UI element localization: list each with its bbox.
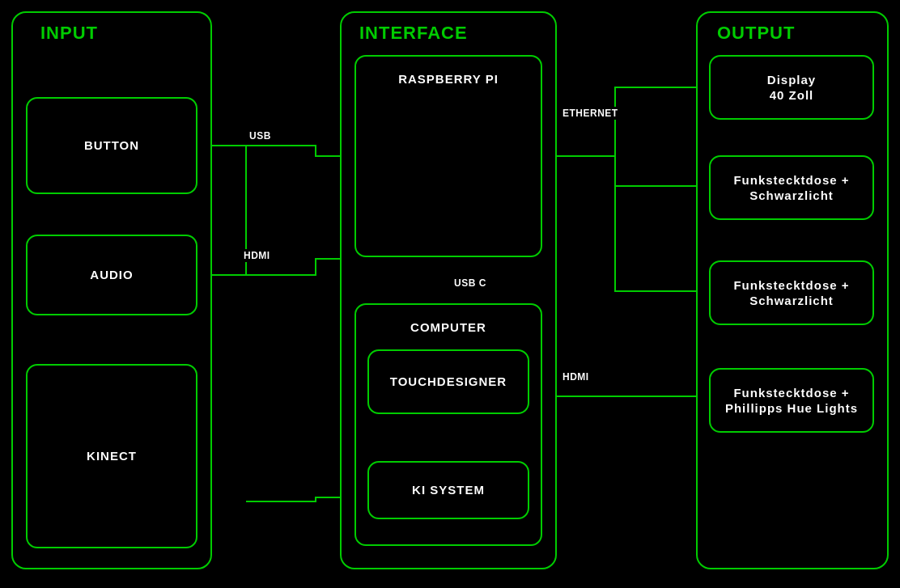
output-label: OUTPUT [717,23,795,44]
interface-label: INTERFACE [359,23,468,44]
usb-conn-label: USB [247,129,274,142]
input-label: INPUT [40,23,98,44]
usbc-conn-label: USB C [452,277,489,290]
funk2-box: Funkstecktdose + Schwarzlicht [709,260,874,325]
display-box: Display 40 Zoll [709,55,874,120]
raspberry-box: RASPBERRY PI [354,55,542,257]
ki-system-box: KI SYSTEM [367,461,529,519]
funk1-box: Funkstecktdose + Schwarzlicht [709,155,874,220]
funk3-box: Funkstecktdose + Phillipps Hue Lights [709,368,874,433]
ethernet-conn-label: ETHERNET [560,107,621,120]
touchdesigner-box: TOUCHDESIGNER [367,349,529,414]
button-box: BUTTON [26,97,197,194]
kinect-box: KINECT [26,364,197,548]
hdmi2-conn-label: HDMI [560,370,592,383]
audio-box: AUDIO [26,235,197,315]
diagram: INPUT INTERFACE OUTPUT BUTTON AUDIO KINE… [0,0,900,588]
hdmi-conn-label: HDMI [241,249,273,262]
